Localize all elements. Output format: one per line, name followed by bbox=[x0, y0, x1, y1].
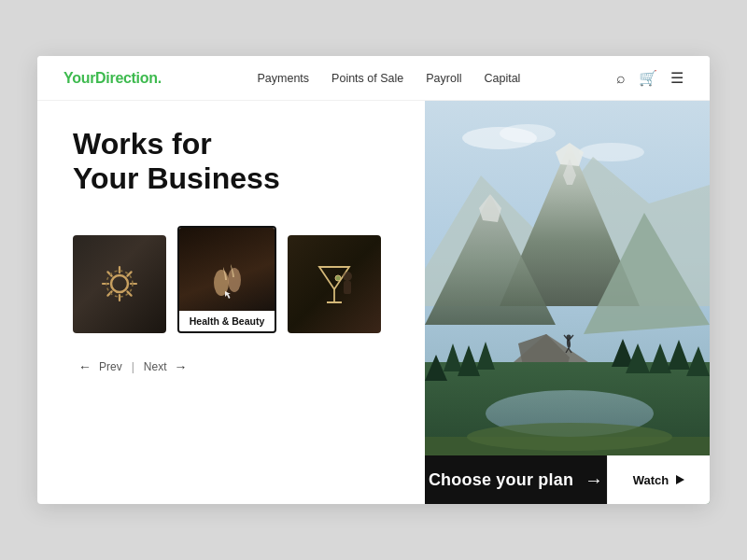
watch-text: Watch bbox=[633, 473, 669, 487]
category-row: Health & Beauty bbox=[73, 226, 399, 333]
next-label[interactable]: Next bbox=[144, 360, 167, 373]
choose-plan-button[interactable]: Choose your plan → bbox=[425, 455, 607, 504]
choose-plan-text: Choose your plan bbox=[429, 470, 573, 490]
watch-button[interactable]: Watch bbox=[607, 455, 710, 504]
mountain-image bbox=[425, 101, 710, 504]
category-card-bar[interactable] bbox=[288, 235, 381, 333]
left-panel: Works for Your Business bbox=[37, 101, 425, 504]
cta-bar: Choose your plan → Watch bbox=[425, 455, 710, 504]
prev-arrow[interactable]: ← bbox=[78, 359, 92, 374]
menu-icon[interactable]: ☰ bbox=[670, 69, 684, 87]
svg-point-0 bbox=[111, 275, 128, 292]
logo-main: Direction bbox=[95, 70, 158, 86]
pagination: ← Prev | Next → bbox=[73, 359, 399, 391]
nav-payments[interactable]: Payments bbox=[258, 72, 310, 85]
svg-point-6 bbox=[335, 275, 341, 281]
logo[interactable]: YourDirection. bbox=[63, 70, 162, 87]
svg-point-11 bbox=[500, 124, 556, 143]
category-card-gear[interactable] bbox=[73, 235, 166, 333]
main-card: YourDirection. Payments Points of Sale P… bbox=[37, 56, 710, 504]
choose-plan-arrow-icon: → bbox=[585, 469, 603, 491]
header: YourDirection. Payments Points of Sale P… bbox=[37, 56, 710, 101]
svg-point-34 bbox=[467, 423, 672, 451]
svg-point-2 bbox=[214, 270, 229, 296]
svg-point-7 bbox=[343, 272, 352, 281]
play-icon bbox=[676, 475, 684, 484]
nav-points-of-sale[interactable]: Points of Sale bbox=[331, 72, 403, 85]
nav: Payments Points of Sale Payroll Capital bbox=[258, 72, 521, 85]
svg-point-12 bbox=[579, 143, 644, 161]
search-icon[interactable]: ⌕ bbox=[616, 70, 626, 87]
category-label-beauty: Health & Beauty bbox=[179, 311, 275, 331]
nav-payroll[interactable]: Payroll bbox=[426, 72, 461, 85]
hero-title: Works for Your Business bbox=[73, 127, 399, 196]
category-card-beauty[interactable]: Health & Beauty bbox=[177, 226, 276, 333]
svg-point-3 bbox=[228, 268, 241, 292]
next-arrow[interactable]: → bbox=[175, 359, 188, 374]
svg-rect-8 bbox=[344, 281, 351, 294]
page-divider: | bbox=[132, 360, 134, 373]
logo-dot: . bbox=[158, 70, 162, 86]
right-panel: Choose your plan → Watch bbox=[425, 101, 710, 504]
cart-icon[interactable]: 🛒 bbox=[639, 69, 657, 87]
logo-accent: Your bbox=[63, 70, 95, 86]
main-content: Works for Your Business bbox=[37, 101, 710, 504]
nav-icons: ⌕ 🛒 ☰ bbox=[616, 69, 684, 87]
prev-label[interactable]: Prev bbox=[99, 360, 122, 373]
nav-capital[interactable]: Capital bbox=[484, 72, 520, 85]
